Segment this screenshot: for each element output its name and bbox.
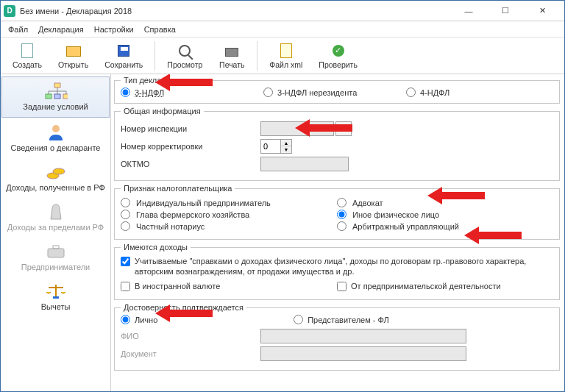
radio-label: Глава фермерского хозяйства [136,210,249,219]
open-button[interactable]: Открыть [51,41,96,71]
sidebar: Задание условий Сведения о декларанте До… [1,74,111,391]
correction-input[interactable] [260,139,281,154]
confirmation-group: Достоверность подтверждается Лично Предс… [114,303,560,371]
radio-other-person[interactable] [337,210,347,219]
menu-settings[interactable]: Настройки [94,25,134,34]
chk-label: От предпринимательской деятельности [351,282,553,292]
bag-icon [44,202,68,221]
sidebar-item-income-rf[interactable]: Доходы, полученные в РФ [1,158,110,198]
radio-private-notary[interactable] [121,221,130,231]
legend: Достоверность подтверждается [121,303,246,312]
print-button[interactable]: Печать [211,41,252,71]
radio-lawyer[interactable] [337,198,347,207]
radio-label: Лично [135,316,157,324]
taxpayer-sign-group: Признак налогоплательщика Индивидуальный… [114,184,560,240]
svg-rect-12 [48,249,64,257]
chk-label: В иностранной валюте [135,282,337,292]
sidebar-item-conditions[interactable]: Задание условий [1,76,110,118]
radio-farm-head[interactable] [121,210,130,219]
legend: Имеются доходы [121,243,191,252]
window-title: Без имени - Декларация 2018 [20,7,455,15]
legend: Общая информация [121,107,204,115]
radio-representative[interactable] [294,315,303,324]
check-button[interactable]: ✓Проверить [311,41,365,71]
sidebar-item-label: Предприниматели [21,263,90,271]
oktmo-label: ОКТМО [121,160,260,168]
svg-rect-2 [54,94,60,99]
person-icon [44,123,68,142]
menubar: Файл Декларация Настройки Справка [1,21,564,38]
radio-label: Адвокат [352,199,383,207]
sidebar-item-label: Сведения о декларанте [11,143,101,152]
declaration-type-group: Тип декларации 3-НДФЛ 3-НДФЛ нерезидента… [114,76,560,104]
sidebar-item-deductions[interactable]: Вычеты [1,277,110,317]
radio-label: Иное физическое лицо [352,210,439,219]
minimize-button[interactable]: — [455,4,482,18]
general-info-group: Общая информация Номер инспекции … Номер… [114,107,560,181]
scales-icon [44,282,68,301]
briefcase-icon [44,242,68,261]
incomes-group: Имеются доходы Учитываемые "справками о … [114,243,560,300]
maximize-button[interactable]: ☐ [492,4,519,18]
legend: Признак налогоплательщика [121,184,235,193]
svg-point-11 [53,168,65,174]
inspection-field [260,121,334,136]
sidebar-item-entrepreneurs[interactable]: Предприниматели [1,238,110,277]
radio-3ndfl[interactable] [121,88,130,97]
svg-rect-3 [63,94,68,99]
radio-label: 4-НДФЛ [420,88,449,97]
radio-label: Арбитражный управляющий [352,222,459,231]
titlebar: D Без имени - Декларация 2018 — ☐ ✕ [1,1,564,21]
radio-label: Частный нотариус [136,222,205,231]
radio-label: 3-НДФЛ [135,88,164,97]
radio-arbitration[interactable] [337,221,347,231]
menu-help[interactable]: Справка [144,25,176,34]
svg-point-9 [52,125,60,132]
fio-label: ФИО [121,332,260,341]
sidebar-item-income-abroad[interactable]: Доходы за пределами РФ [1,198,110,238]
inspection-label: Номер инспекции [121,124,260,133]
tree-icon [44,82,68,101]
spinner-up[interactable]: ▲ [281,140,291,146]
chk-entrepreneurial[interactable] [337,282,347,291]
doc-label: Документ [121,349,260,358]
doc-field [260,346,466,361]
radio-label: Представителем - ФЛ [308,316,389,324]
preview-button[interactable]: Просмотр [160,41,210,71]
svg-rect-16 [53,296,59,299]
chk-foreign-currency[interactable] [121,282,130,291]
radio-label: 3-НДФЛ нерезидента [277,88,357,97]
sidebar-item-label: Задание условий [23,102,88,111]
sidebar-item-label: Доходы за пределами РФ [7,223,104,232]
svg-rect-13 [53,246,59,249]
menu-declaration[interactable]: Декларация [38,25,84,34]
radio-4ndfl[interactable] [406,88,416,97]
close-button[interactable]: ✕ [529,4,555,18]
radio-personally[interactable] [121,315,130,324]
spinner-down[interactable]: ▼ [281,146,291,153]
svg-rect-1 [46,94,51,99]
legend: Тип декларации [121,76,187,85]
oktmo-field [260,157,349,171]
correction-spinner[interactable]: ▲▼ [260,139,292,154]
fio-field [260,329,466,343]
radio-3ndfl-nonresident[interactable] [263,88,273,97]
sidebar-item-declarant[interactable]: Сведения о декларанте [1,118,110,158]
inspection-lookup-button[interactable]: … [335,121,352,136]
coins-icon [44,163,68,182]
svg-rect-0 [54,83,60,88]
chk-spravki-income[interactable] [121,257,130,266]
chk-label: Учитываемые "справками о доходах физичес… [135,257,553,277]
radio-ind-entrepreneur[interactable] [121,198,130,207]
save-button[interactable]: Сохранить [97,41,150,71]
app-icon: D [4,5,15,17]
toolbar: Создать Открыть Сохранить Просмотр Печат… [1,38,564,74]
create-button[interactable]: Создать [5,41,49,71]
sidebar-item-label: Вычеты [41,302,71,311]
main-panel: Тип декларации 3-НДФЛ 3-НДФЛ нерезидента… [111,74,564,391]
menu-file[interactable]: Файл [8,25,28,34]
radio-label: Индивидуальный предприниматель [136,199,271,207]
correction-label: Номер корректировки [121,142,260,151]
sidebar-item-label: Доходы, полученные в РФ [6,183,105,192]
xml-button[interactable]: Файл xml [262,41,310,71]
